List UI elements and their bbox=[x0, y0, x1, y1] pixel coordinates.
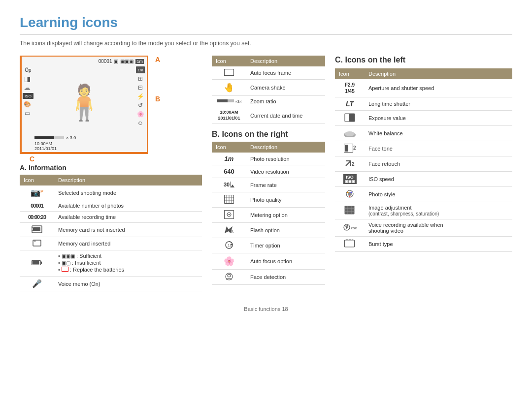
table-row: Photo style bbox=[335, 187, 512, 202]
svg-rect-3 bbox=[33, 227, 40, 231]
svg-point-47 bbox=[351, 192, 352, 193]
section-a-title: A. Information bbox=[20, 164, 202, 172]
icon-cell bbox=[212, 192, 246, 208]
svg-line-40 bbox=[346, 161, 351, 166]
table-row: 2 Face tone bbox=[335, 141, 512, 156]
icon-cell: 10 bbox=[212, 238, 246, 253]
svg-rect-58 bbox=[345, 240, 355, 247]
desc-cell: Face detection bbox=[246, 270, 325, 285]
label-b: B bbox=[155, 95, 160, 103]
page-title: Learning icons bbox=[20, 15, 512, 35]
icon-cell: F2.91/45 bbox=[335, 79, 365, 97]
footer-text: Basic functions 18 bbox=[244, 306, 288, 312]
section-b-table: Icon Description 1m Photo resolution 640… bbox=[212, 142, 325, 285]
icon-cell bbox=[20, 237, 54, 250]
table-row: 2 Face retouch bbox=[335, 156, 512, 172]
desc-cell: Memory card inserted bbox=[54, 237, 202, 250]
camera-diagram: 00001 ▣ ▣▣▣ 1m Ôp ◨ ☁ ISO 🎨 ▭ bbox=[20, 56, 148, 154]
icon-cell: 640 bbox=[212, 165, 246, 178]
table-row: 🎤 Voice memo (On) bbox=[20, 277, 202, 291]
table-row: ▣▣▣ : Sufficient ▣▢ : Insufficient : Rep… bbox=[20, 250, 202, 277]
icon-cell bbox=[212, 66, 246, 80]
icon-cell: 30 bbox=[212, 178, 246, 192]
icon-cell: zoom bbox=[335, 219, 365, 237]
table-row: 1m Photo resolution bbox=[212, 153, 325, 165]
svg-rect-6 bbox=[41, 262, 42, 264]
desc-cell: Frame rate bbox=[246, 178, 325, 192]
section-b-header-desc: Description bbox=[246, 142, 325, 153]
battery-bullet-1: ▣▣▣ : Sufficient bbox=[58, 253, 198, 259]
desc-cell: Video resolution bbox=[246, 165, 325, 178]
middle-column: Icon Description Auto focus frame 🤚 Came… bbox=[212, 56, 325, 291]
bracket-bottom bbox=[21, 152, 147, 153]
desc-cell: Photo quality bbox=[246, 192, 325, 208]
iso-speed-icon: ISO▣▣▣ bbox=[343, 174, 357, 184]
svg-text:2: 2 bbox=[352, 161, 355, 167]
icon-cell: LT bbox=[335, 97, 365, 111]
desc-cell: Face tone bbox=[365, 141, 512, 156]
table-row: zoom Voice recording available whenshoot… bbox=[335, 219, 512, 237]
wb-icon: ☁ bbox=[23, 84, 32, 91]
svg-rect-33 bbox=[349, 114, 355, 122]
desc-cell: Image adjustment(contrast, sharpness, sa… bbox=[365, 202, 512, 219]
desc-cell: Photo style bbox=[365, 187, 512, 202]
section-c-header-desc: Description bbox=[365, 68, 512, 79]
desc-cell: White balance bbox=[365, 126, 512, 141]
shot-count: 00001 bbox=[99, 59, 112, 64]
svg-rect-38 bbox=[345, 145, 348, 152]
table-row: Burst type bbox=[335, 237, 512, 252]
table-row: 📷P Selected shooting mode bbox=[20, 185, 202, 200]
fd-icon: ☺ bbox=[136, 120, 145, 126]
flash-icon: ⚡ bbox=[136, 93, 145, 100]
left-column: 00001 ▣ ▣▣▣ 1m Ôp ◨ ☁ ISO 🎨 ▭ bbox=[20, 56, 202, 291]
icon-cell: 10:00AM2011/01/01 bbox=[212, 107, 246, 124]
svg-point-46 bbox=[347, 192, 349, 193]
desc-cell: Memory card is not inserted bbox=[54, 223, 202, 237]
svg-point-31 bbox=[229, 274, 230, 275]
table-row: Memory card is not inserted bbox=[20, 223, 202, 237]
desc-cell: Available number of photos bbox=[54, 200, 202, 212]
icon-cell bbox=[20, 250, 54, 277]
desc-cell: ISO speed bbox=[365, 172, 512, 187]
icon-cell: 📷P bbox=[20, 185, 54, 200]
iso-icon2: ISO bbox=[23, 93, 33, 99]
svg-point-48 bbox=[349, 196, 351, 197]
bottom-date: 2011/01/01 bbox=[34, 146, 144, 151]
desc-cell: Voice memo (On) bbox=[54, 277, 202, 291]
camera-bottom-info: × 3.0 10:00AM 2011/01/01 bbox=[34, 135, 144, 151]
table-row: LT Long time shutter bbox=[335, 97, 512, 111]
desc-cell: Available recording time bbox=[54, 212, 202, 223]
icon-cell bbox=[335, 202, 365, 219]
icon-cell: 🤚 bbox=[212, 80, 246, 96]
top-icon-table: Icon Description Auto focus frame 🤚 Came… bbox=[212, 56, 325, 124]
af-icon: 🌸 bbox=[136, 111, 145, 118]
icon-cell: 1m bbox=[212, 153, 246, 165]
desc-cell: Auto focus option bbox=[246, 253, 325, 270]
section-a-table: Icon Description 📷P Selected shooting mo… bbox=[20, 175, 202, 291]
svg-rect-10 bbox=[217, 99, 228, 102]
table-row: Metering option bbox=[212, 208, 325, 223]
icon-cell bbox=[20, 223, 54, 237]
section-c-title: C. Icons on the left bbox=[335, 56, 512, 64]
res-right: 1m bbox=[136, 66, 145, 73]
mode-icon: Ôp bbox=[23, 66, 33, 73]
desc-cell: Long time shutter bbox=[365, 97, 512, 111]
svg-rect-8 bbox=[225, 69, 234, 76]
svg-text:A: A bbox=[231, 229, 234, 234]
icon-cell: A bbox=[212, 223, 246, 238]
table-row: Image adjustment(contrast, sharpness, sa… bbox=[335, 202, 512, 219]
table-row: Exposure value bbox=[335, 111, 512, 126]
section-a-header-desc: Description bbox=[54, 175, 202, 185]
label-a: A bbox=[155, 56, 160, 63]
lt-icon: LT bbox=[346, 100, 354, 108]
table-row: 10 Timer option bbox=[212, 238, 325, 253]
icon-cell: 🌸 bbox=[212, 253, 246, 270]
table-row: ISO▣▣▣ ISO speed bbox=[335, 172, 512, 187]
left-icons: Ôp ◨ ☁ ISO 🎨 ▭ bbox=[23, 66, 33, 117]
icon-cell: 🎤 bbox=[20, 277, 54, 291]
icon-cell: 00:00:20 bbox=[20, 212, 54, 223]
icon-cell bbox=[335, 111, 365, 126]
svg-point-23 bbox=[229, 214, 230, 216]
qual-icon: ⊞ bbox=[136, 75, 145, 82]
timer-icon: ↺ bbox=[136, 102, 145, 109]
